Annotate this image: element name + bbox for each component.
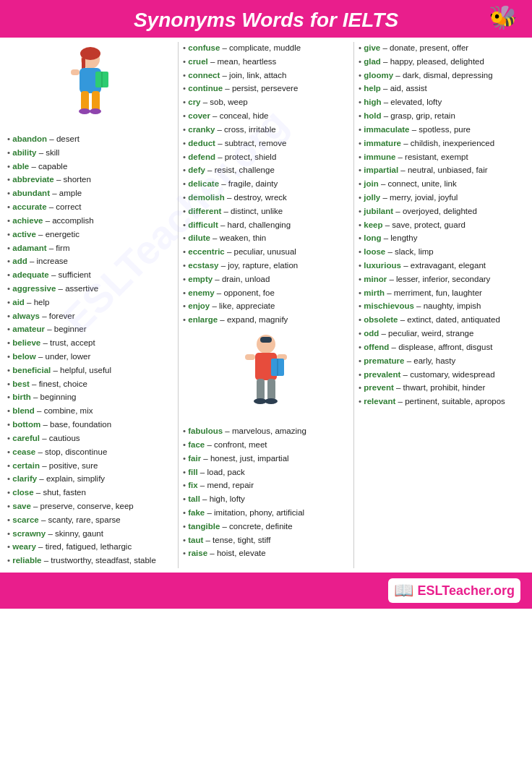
list-item: adequate – sufficient bbox=[7, 269, 173, 282]
list-item: glad – happy, pleased, delighted bbox=[359, 56, 525, 69]
svg-rect-19 bbox=[267, 379, 275, 400]
keyword: face bbox=[188, 440, 205, 449]
synonym: – forever bbox=[40, 312, 75, 320]
synonym: – opponent, foe bbox=[215, 288, 275, 297]
synonym: – hard, challenging bbox=[218, 220, 291, 229]
keyword: tall bbox=[188, 494, 200, 503]
list-item: mirth – merriment, fun, laughter bbox=[359, 287, 525, 300]
keyword: aggressive bbox=[12, 284, 56, 293]
bee-icon: 🐝 bbox=[489, 4, 518, 31]
keyword: aid bbox=[12, 298, 25, 307]
keyword: amateur bbox=[12, 325, 45, 333]
list-item: empty – drain, unload bbox=[183, 273, 349, 286]
list-item: below – under, lower bbox=[7, 351, 173, 364]
synonym: – energetic bbox=[36, 230, 80, 239]
synonym: – save, protect, guard bbox=[382, 220, 465, 229]
synonym: – imitation, phony, artificial bbox=[205, 508, 304, 517]
list-item: eccentric – peculiar, unusual bbox=[183, 246, 349, 259]
list-item: immune – resistant, exempt bbox=[359, 151, 525, 164]
synonym: – trust, accept bbox=[40, 338, 95, 347]
keyword: immune bbox=[364, 153, 395, 161]
list-item: certain – positive, sure bbox=[7, 460, 173, 473]
synonym: – shut, fasten bbox=[34, 488, 86, 497]
list-item: offend – displease, affront, disgust bbox=[359, 341, 525, 354]
keyword: weary bbox=[12, 542, 36, 551]
keyword: eccentric bbox=[188, 247, 225, 256]
list-item: defy – resist, challenge bbox=[183, 164, 349, 177]
synonym: – help bbox=[25, 298, 50, 307]
keyword: ability bbox=[12, 148, 36, 157]
list-item: careful – cautious bbox=[7, 432, 173, 445]
keyword: best bbox=[12, 380, 30, 388]
synonym: – under, lower bbox=[36, 352, 90, 361]
synonym: – persist, persevere bbox=[223, 84, 298, 93]
keyword: reliable bbox=[12, 556, 41, 565]
page-wrapper: Synonyms Words for IELTS 🐝 bbox=[0, 0, 532, 609]
list-item: keep – save, protect, guard bbox=[359, 219, 525, 232]
list-item: premature – early, hasty bbox=[359, 355, 525, 368]
list-item: luxurious – extravagant, elegant bbox=[359, 260, 525, 273]
list-item: abbreviate – shorten bbox=[7, 173, 173, 187]
keyword: different bbox=[188, 207, 221, 215]
keyword: birth bbox=[12, 393, 31, 401]
list-item: taut – tense, tight, stiff bbox=[183, 534, 349, 547]
list-item: connect – join, link, attach bbox=[183, 69, 349, 82]
synonym: – connect, unite, link bbox=[379, 179, 457, 188]
keyword: demolish bbox=[188, 193, 224, 202]
synonym: – finest, choice bbox=[30, 380, 87, 388]
list-item: long – lengthy bbox=[359, 232, 525, 245]
svg-rect-7 bbox=[92, 91, 100, 111]
list-item: join – connect, unite, link bbox=[359, 178, 525, 191]
keyword: cover bbox=[188, 111, 210, 120]
keyword: below bbox=[12, 352, 36, 361]
list-item: blend – combine, mix bbox=[7, 405, 173, 418]
character-girl bbox=[7, 46, 173, 129]
list-item: enlarge – expand, magnify bbox=[183, 314, 349, 327]
keyword: keep bbox=[364, 220, 382, 229]
keyword: join bbox=[364, 179, 378, 188]
footer-logo: 📖 ESLTeacher.org bbox=[388, 578, 520, 603]
synonym: – shorten bbox=[54, 175, 91, 184]
synonym: – capable bbox=[29, 162, 67, 171]
synonym: – stop, discontinue bbox=[35, 447, 107, 456]
list-item: abundant – ample bbox=[7, 187, 173, 200]
synonym: – marvelous, amazing bbox=[223, 427, 306, 435]
list-item: dilute – weaken, thin bbox=[183, 232, 349, 245]
list-item: cry – sob, weep bbox=[183, 96, 349, 109]
list-item: cruel – mean, heartless bbox=[183, 56, 349, 69]
synonym: – skinny, gaunt bbox=[46, 529, 103, 538]
keyword: fake bbox=[188, 508, 205, 517]
list-item: mischievous – naughty, impish bbox=[359, 300, 525, 313]
synonym: – sufficient bbox=[49, 270, 91, 279]
synonym: – conceal, hide bbox=[210, 111, 269, 120]
header: Synonyms Words for IELTS 🐝 bbox=[0, 0, 532, 38]
list-item: impartial – neutral, unbiased, fair bbox=[359, 164, 525, 177]
keyword: high bbox=[364, 98, 381, 106]
list-item: fair – honest, just, impartial bbox=[183, 453, 349, 466]
synonym: – skill bbox=[36, 148, 59, 157]
keyword: adequate bbox=[12, 270, 49, 279]
list-item: scarce – scanty, rare, sparse bbox=[7, 514, 173, 527]
synonym: – correct bbox=[47, 202, 82, 211]
list-item: fill – load, pack bbox=[183, 466, 349, 479]
synonym: – resistant, exempt bbox=[395, 153, 468, 161]
keyword: cry bbox=[188, 98, 200, 106]
list-item: different – distinct, unlike bbox=[183, 205, 349, 218]
list-item: believe – trust, accept bbox=[7, 337, 173, 350]
list-item: cover – conceal, hide bbox=[183, 110, 349, 123]
keyword: enjoy bbox=[188, 301, 210, 310]
synonym: – overjoyed, delighted bbox=[393, 207, 477, 215]
keyword: achieve bbox=[12, 216, 43, 225]
svg-rect-6 bbox=[81, 91, 89, 111]
synonym: – happy, pleased, delighted bbox=[381, 57, 484, 66]
list-item: fake – imitation, phony, artificial bbox=[183, 507, 349, 520]
keyword: abandon bbox=[12, 134, 47, 143]
list-item: close – shut, fasten bbox=[7, 487, 173, 500]
keyword: delicate bbox=[188, 179, 219, 188]
synonym: – join, link, attach bbox=[220, 71, 286, 80]
synonym: – elevated, lofty bbox=[382, 98, 442, 106]
synonym: – lesser, inferior, secondary bbox=[387, 275, 490, 283]
synonym: – mean, heartless bbox=[208, 57, 277, 66]
synonym: – helpful, useful bbox=[51, 366, 111, 374]
keyword: ecstasy bbox=[188, 261, 218, 270]
